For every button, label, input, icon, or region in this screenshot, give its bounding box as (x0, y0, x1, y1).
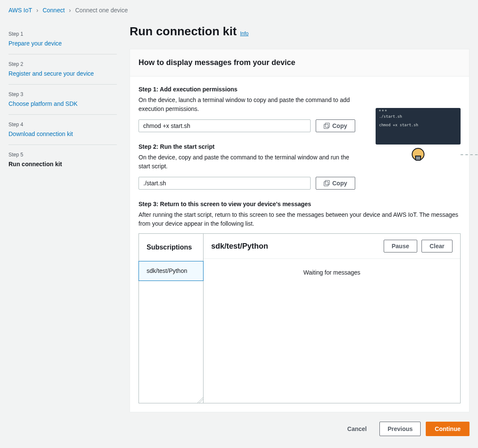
messages-column: sdk/test/Python Pause Clear Waiting for … (204, 234, 460, 403)
resize-handle-icon[interactable] (197, 397, 203, 403)
window-controls-icon (379, 110, 457, 111)
messages-topic: sdk/test/Python (211, 241, 268, 252)
messages-panel: Subscriptions sdk/test/Python sdk/test/P… (139, 233, 461, 403)
step2-heading: Step 2: Run the start script (139, 142, 355, 151)
copy-chmod-button[interactable]: Copy (316, 119, 355, 132)
step1-desc: On the device, launch a terminal window … (139, 96, 355, 113)
continue-button[interactable]: Continue (426, 422, 470, 436)
copy-label: Copy (332, 180, 347, 187)
page-title: Run connection kit Info (130, 23, 470, 40)
step-number: Step 1 (8, 30, 117, 38)
step3-heading: Step 3: Return to this screen to view yo… (139, 200, 461, 209)
breadcrumb: AWS IoT › Connect › Connect one device (8, 6, 470, 15)
terminal-window: ./start.sh chmod +x start.sh (376, 108, 461, 145)
lightbulb-icon (412, 148, 424, 161)
terminal-illustration: ./start.sh chmod +x start.sh (376, 108, 461, 161)
subscription-item[interactable]: sdk/test/Python (139, 261, 204, 281)
start-command-input[interactable] (139, 177, 311, 190)
sidebar-step-4[interactable]: Step 4 Download connection kit (8, 115, 117, 145)
step-number: Step 4 (8, 121, 117, 128)
copy-icon (324, 123, 330, 129)
panel-heading: How to display messages from your device (139, 57, 461, 68)
sidebar-step-5[interactable]: Step 5 Run connection kit (8, 145, 117, 175)
step1-block: Step 1: Add execution permissions On the… (139, 85, 355, 132)
subscriptions-header: Subscriptions (139, 234, 203, 261)
chevron-right-icon: › (37, 6, 39, 15)
clear-button[interactable]: Clear (421, 240, 453, 252)
step2-desc: On the device, copy and paste the comman… (139, 153, 355, 171)
breadcrumb-current: Connect one device (75, 6, 128, 15)
cancel-button[interactable]: Cancel (339, 422, 374, 436)
dashed-connector-icon (461, 154, 478, 155)
sidebar-step-1[interactable]: Step 1 Prepare your device (8, 24, 117, 54)
sidebar-step-3[interactable]: Step 3 Choose platform and SDK (8, 85, 117, 115)
copy-icon (324, 180, 330, 186)
info-link[interactable]: Info (240, 30, 249, 37)
step2-block: Step 2: Run the start script On the devi… (139, 142, 355, 190)
step-title: Run connection kit (8, 160, 117, 169)
chevron-right-icon: › (69, 6, 71, 15)
step3-block: Step 3: Return to this screen to view yo… (139, 200, 461, 403)
sidebar-step-2[interactable]: Step 2 Register and secure your device (8, 54, 117, 85)
messages-body: Waiting for messages (204, 259, 460, 403)
copy-start-button[interactable]: Copy (316, 177, 355, 190)
pause-button[interactable]: Pause (384, 240, 417, 252)
step-number: Step 3 (8, 91, 117, 98)
subscriptions-column: Subscriptions sdk/test/Python (139, 234, 204, 403)
panel-header: How to display messages from your device (130, 49, 469, 77)
step1-heading: Step 1: Add execution permissions (139, 85, 355, 94)
step-title: Prepare your device (8, 39, 117, 48)
breadcrumb-connect[interactable]: Connect (42, 6, 65, 15)
step-title: Choose platform and SDK (8, 99, 117, 108)
copy-label: Copy (332, 122, 347, 129)
step3-desc: After running the start script, return t… (139, 210, 461, 228)
step-title: Register and secure your device (8, 69, 117, 78)
main-content: Run connection kit Info How to display m… (130, 23, 470, 436)
terminal-line: ./start.sh (379, 114, 457, 120)
waiting-text: Waiting for messages (303, 268, 360, 277)
chmod-command-input[interactable] (139, 119, 311, 132)
step-number: Step 2 (8, 60, 117, 68)
wizard-sidebar: Step 1 Prepare your device Step 2 Regist… (8, 23, 117, 436)
step-number: Step 5 (8, 151, 117, 159)
breadcrumb-aws-iot[interactable]: AWS IoT (8, 6, 32, 15)
previous-button[interactable]: Previous (379, 422, 421, 436)
step-title: Download connection kit (8, 130, 117, 139)
wizard-footer: Cancel Previous Continue (130, 422, 470, 436)
terminal-line: chmod +x start.sh (379, 122, 457, 128)
instructions-panel: How to display messages from your device… (130, 49, 470, 412)
